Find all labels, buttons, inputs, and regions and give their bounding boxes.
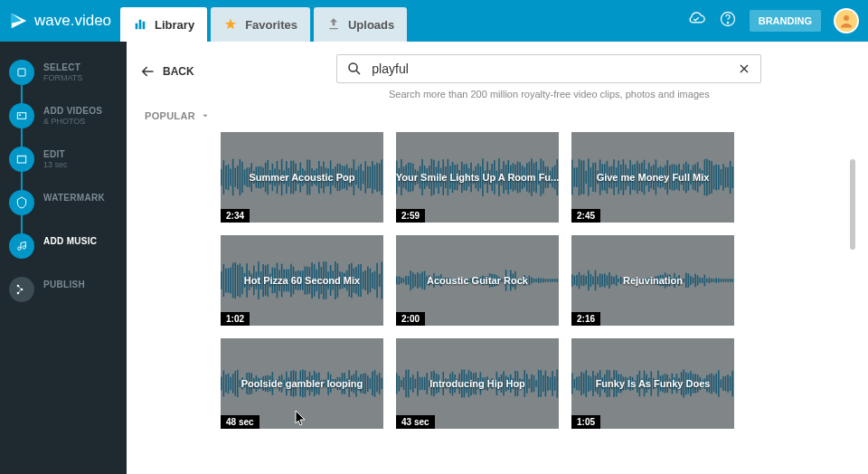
step-icon — [9, 147, 34, 172]
logo-icon — [9, 11, 29, 31]
arrow-left-icon — [139, 63, 156, 80]
step-title: ADD MUSIC — [43, 235, 97, 247]
step-icon — [9, 103, 34, 128]
svg-rect-3 — [18, 69, 25, 76]
brand-text: wave.video — [34, 12, 111, 30]
results-grid: Summer Acoustic Pop2:34Your Smile Lights… — [221, 132, 850, 429]
step-icon — [9, 190, 34, 215]
step-select[interactable]: SELECTFORMATS — [0, 51, 127, 94]
track-duration: 48 sec — [221, 415, 259, 429]
track-card[interactable]: Summer Acoustic Pop2:34 — [221, 132, 383, 223]
uploads-tab-icon — [326, 17, 341, 32]
step-watermark[interactable]: WATERMARK — [0, 181, 127, 224]
app-body: SELECTFORMATSADD VIDEOS& PHOTOSEDIT13 se… — [0, 42, 868, 474]
svg-rect-4 — [17, 113, 25, 119]
track-card[interactable]: Introducing Hip Hop43 sec — [396, 338, 559, 429]
step-sub: & PHOTOS — [43, 117, 102, 128]
step-icon — [9, 277, 34, 302]
track-card[interactable]: Funky Is As Funky Does1:05 — [571, 338, 734, 429]
step-icon — [9, 233, 34, 259]
tab-favorites[interactable]: Favorites — [211, 7, 310, 42]
svg-point-8 — [23, 246, 25, 249]
brand-logo[interactable]: wave.video — [9, 11, 111, 31]
header-right: BRANDING — [686, 8, 859, 33]
clear-search-icon[interactable] — [737, 62, 751, 76]
search-box[interactable] — [336, 54, 761, 83]
track-duration: 2:45 — [571, 209, 600, 223]
step-publish[interactable]: PUBLISH — [0, 268, 127, 311]
track-duration: 2:00 — [396, 312, 425, 326]
back-label: BACK — [163, 65, 194, 78]
favorites-tab-icon — [223, 17, 238, 32]
track-card[interactable]: Rejuvination2:16 — [571, 235, 734, 326]
svg-point-12 — [349, 63, 357, 71]
tab-label: Favorites — [245, 18, 297, 32]
search-area: Search more than 200 million royalty-fre… — [336, 54, 761, 100]
app-header: wave.video LibraryFavoritesUploads BRAND… — [0, 0, 868, 42]
step-title: ADD VIDEOS — [43, 105, 102, 117]
chevron-down-icon — [201, 111, 210, 120]
step-edit[interactable]: EDIT13 sec — [0, 137, 127, 181]
track-duration: 1:02 — [221, 312, 250, 326]
library-tab-icon — [133, 17, 147, 32]
track-card[interactable]: Hot Pizza 60 Second Mix1:02 — [221, 235, 383, 326]
step-add-videos[interactable]: ADD VIDEOS& PHOTOS — [0, 94, 127, 137]
tab-library[interactable]: Library — [120, 7, 207, 42]
svg-point-1 — [727, 23, 728, 24]
track-duration: 2:34 — [221, 209, 250, 223]
step-sub: FORMATS — [43, 73, 82, 84]
step-sub: 13 sec — [43, 160, 68, 171]
svg-point-5 — [19, 114, 21, 116]
topbar: BACK Search more than 200 million royalt… — [127, 42, 868, 105]
track-card[interactable]: Acoustic Guitar Rock2:00 — [396, 235, 559, 326]
track-card[interactable]: Give me Money Full Mix2:45 — [571, 132, 734, 223]
back-button[interactable]: BACK — [139, 63, 194, 80]
track-duration: 2:16 — [571, 312, 600, 326]
track-card[interactable]: Poolside gambler looping48 sec — [221, 338, 383, 429]
tab-label: Uploads — [348, 18, 394, 32]
help-icon[interactable] — [719, 10, 737, 32]
search-input[interactable] — [372, 62, 728, 76]
track-card[interactable]: Your Smile Lights Up A Room Fu...2:59 — [396, 132, 559, 223]
filter-dropdown[interactable]: POPULAR — [127, 105, 868, 132]
track-duration: 1:05 — [571, 415, 600, 429]
svg-point-9 — [21, 289, 24, 291]
step-title: WATERMARK — [43, 192, 105, 204]
track-duration: 43 sec — [396, 415, 435, 429]
svg-rect-6 — [17, 156, 25, 163]
step-title: SELECT — [43, 62, 82, 73]
branding-button[interactable]: BRANDING — [750, 10, 821, 32]
step-title: EDIT — [43, 148, 68, 160]
step-add-music[interactable]: ADD MUSIC — [0, 224, 127, 268]
track-duration: 2:59 — [396, 209, 425, 223]
search-icon — [346, 61, 363, 77]
results-area: Summer Acoustic Pop2:34Your Smile Lights… — [127, 132, 868, 474]
svg-point-2 — [844, 15, 849, 21]
main-panel: BACK Search more than 200 million royalt… — [127, 42, 868, 474]
filter-label: POPULAR — [145, 110, 195, 121]
header-tabs: LibraryFavoritesUploads — [120, 0, 407, 42]
search-hint: Search more than 200 million royalty-fre… — [336, 89, 761, 100]
step-icon — [9, 60, 34, 85]
step-title: PUBLISH — [43, 279, 85, 290]
tab-label: Library — [155, 18, 194, 32]
cloud-sync-icon[interactable] — [686, 9, 706, 33]
avatar[interactable] — [834, 8, 859, 33]
sidebar: SELECTFORMATSADD VIDEOS& PHOTOSEDIT13 se… — [0, 42, 127, 474]
tab-uploads[interactable]: Uploads — [314, 7, 407, 42]
scrollbar[interactable] — [850, 159, 855, 250]
